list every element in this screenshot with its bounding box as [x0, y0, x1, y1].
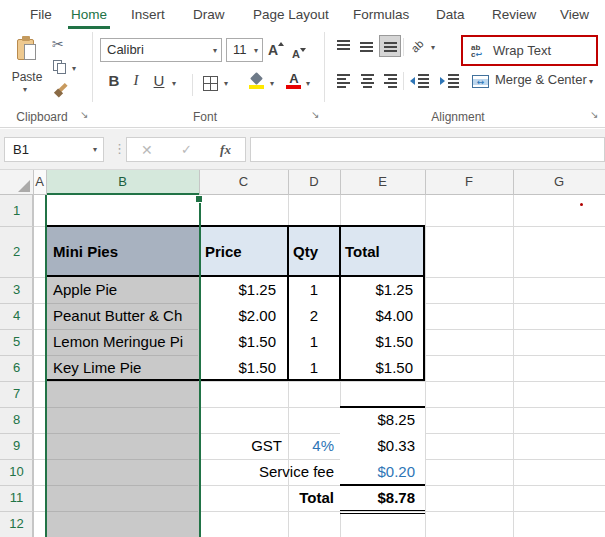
cell-D6[interactable]: 1 [288, 355, 340, 381]
copy-dropdown-icon[interactable]: ▾ [72, 64, 76, 73]
cell-C6[interactable]: $1.50 [200, 355, 288, 381]
tab-draw[interactable]: Draw [193, 4, 225, 26]
paste-button[interactable]: Paste ▾ [8, 34, 46, 100]
font-dialog-launcher[interactable]: ↘ [311, 109, 319, 121]
tab-review[interactable]: Review [492, 4, 536, 26]
cell-D11-total-label[interactable]: Total [200, 485, 340, 511]
font-size-combo[interactable]: 11 ▾ [226, 38, 263, 62]
align-center-button[interactable] [356, 70, 378, 92]
enter-button[interactable]: ✓ [181, 142, 192, 157]
alignment-dialog-launcher[interactable]: ↘ [590, 109, 598, 121]
paste-dropdown-icon[interactable]: ▾ [23, 86, 27, 94]
cell-C5[interactable]: $1.50 [200, 329, 288, 355]
increase-indent-button[interactable] [440, 71, 466, 91]
name-box[interactable]: B1 ▾ [4, 137, 104, 162]
cancel-button[interactable]: ✕ [141, 142, 153, 158]
column-header-B[interactable]: B [46, 170, 199, 195]
cell-C2[interactable]: Price [202, 226, 286, 277]
cell-E8-subtotal[interactable]: $8.25 [340, 407, 425, 433]
clipboard-dialog-launcher[interactable]: ↘ [80, 109, 88, 121]
column-header-E[interactable]: E [340, 170, 425, 194]
shrink-font-button[interactable]: A [292, 44, 306, 61]
insert-function-button[interactable]: fx [220, 142, 231, 158]
italic-button[interactable]: I [129, 72, 143, 89]
row-header-12[interactable]: 12 [0, 511, 33, 537]
cell-E10-service-amount[interactable]: $0.20 [340, 459, 425, 485]
font-name-combo[interactable]: Calibri ▾ [100, 38, 222, 62]
cell-E2[interactable]: Total [342, 226, 424, 277]
borders-button[interactable] [203, 76, 218, 91]
fill-color-dropdown-icon[interactable]: ▾ [270, 79, 274, 88]
font-size-dropdown-icon[interactable]: ▾ [254, 47, 258, 55]
column-header-C[interactable]: C [199, 170, 288, 194]
cell-D10-service-label[interactable]: Service fee [200, 459, 340, 485]
cell-E3[interactable]: $1.25 [340, 277, 425, 303]
font-color-button[interactable]: A [286, 72, 302, 90]
row-header-6[interactable]: 6 [0, 355, 33, 381]
bold-button[interactable]: B [105, 72, 123, 89]
row-header-1[interactable]: 1 [0, 195, 33, 226]
cell-C9-gst-label[interactable]: GST [200, 433, 288, 459]
cell-C3[interactable]: $1.25 [200, 277, 288, 303]
cell-B2[interactable]: Mini Pies [46, 226, 199, 277]
decrease-indent-button[interactable] [410, 71, 436, 91]
align-middle-button[interactable] [356, 36, 378, 58]
row-header-5[interactable]: 5 [0, 329, 33, 355]
cell-E9-gst-amount[interactable]: $0.33 [340, 433, 425, 459]
row-header-4[interactable]: 4 [0, 303, 33, 329]
merge-center-button[interactable]: Merge & Center [495, 69, 587, 91]
orientation-dropdown-icon[interactable]: ▾ [431, 43, 435, 52]
format-painter-button[interactable] [54, 84, 68, 98]
cell-B4[interactable]: Peanut Butter & Ch [46, 303, 198, 329]
cell-D2[interactable]: Qty [290, 226, 339, 277]
align-right-button[interactable] [379, 70, 401, 92]
column-header-G[interactable]: G [513, 170, 605, 194]
row-header-8[interactable]: 8 [0, 407, 33, 433]
column-header-A[interactable]: A [33, 170, 46, 194]
tab-view[interactable]: View [560, 4, 589, 26]
tab-insert[interactable]: Insert [131, 4, 165, 26]
wrap-text-button[interactable]: ab c↩ Wrap Text [463, 43, 596, 58]
underline-button[interactable]: U [151, 72, 167, 89]
cell-C4[interactable]: $2.00 [200, 303, 288, 329]
cell-D9-gst-rate[interactable]: 4% [288, 433, 340, 459]
align-left-button[interactable] [333, 70, 355, 92]
row-header-10[interactable]: 10 [0, 459, 33, 485]
orientation-button[interactable]: ab [409, 37, 426, 54]
cell-B6[interactable]: Key Lime Pie [46, 355, 198, 381]
cell-E6[interactable]: $1.50 [340, 355, 425, 381]
underline-dropdown-icon[interactable]: ▾ [172, 79, 176, 88]
font-color-dropdown-icon[interactable]: ▾ [306, 79, 310, 88]
cell-E4[interactable]: $4.00 [340, 303, 425, 329]
tab-home[interactable]: Home [71, 4, 107, 26]
row-header-9[interactable]: 9 [0, 433, 33, 459]
select-all-corner[interactable] [0, 170, 33, 194]
cell-D5[interactable]: 1 [288, 329, 340, 355]
cell-E5[interactable]: $1.50 [340, 329, 425, 355]
borders-dropdown-icon[interactable]: ▾ [224, 79, 228, 88]
align-top-button[interactable] [333, 36, 355, 58]
align-bottom-button[interactable] [379, 35, 401, 57]
tab-formulas[interactable]: Formulas [353, 4, 409, 26]
selection-border-right[interactable] [199, 195, 201, 537]
row-header-2[interactable]: 2 [0, 226, 33, 277]
tab-page-layout[interactable]: Page Layout [253, 4, 329, 26]
cell-B3[interactable]: Apple Pie [46, 277, 198, 303]
row-header-7[interactable]: 7 [0, 381, 33, 407]
cell-D3[interactable]: 1 [288, 277, 340, 303]
tab-file[interactable]: File [30, 4, 52, 26]
cell-E11-total-amount[interactable]: $8.78 [340, 485, 425, 511]
merge-center-dropdown-icon[interactable]: ▾ [589, 77, 593, 86]
fill-color-button[interactable] [249, 72, 267, 90]
row-header-3[interactable]: 3 [0, 277, 33, 303]
font-name-dropdown-icon[interactable]: ▾ [213, 47, 217, 55]
column-header-F[interactable]: F [425, 170, 513, 194]
column-header-D[interactable]: D [288, 170, 340, 194]
tab-data[interactable]: Data [436, 4, 465, 26]
cell-D4[interactable]: 2 [288, 303, 340, 329]
name-box-dropdown-icon[interactable]: ▾ [93, 146, 97, 154]
fill-handle[interactable] [195, 195, 203, 203]
cut-button[interactable]: ✂ [52, 36, 64, 52]
formula-input[interactable] [250, 137, 605, 162]
copy-button[interactable] [53, 60, 67, 74]
